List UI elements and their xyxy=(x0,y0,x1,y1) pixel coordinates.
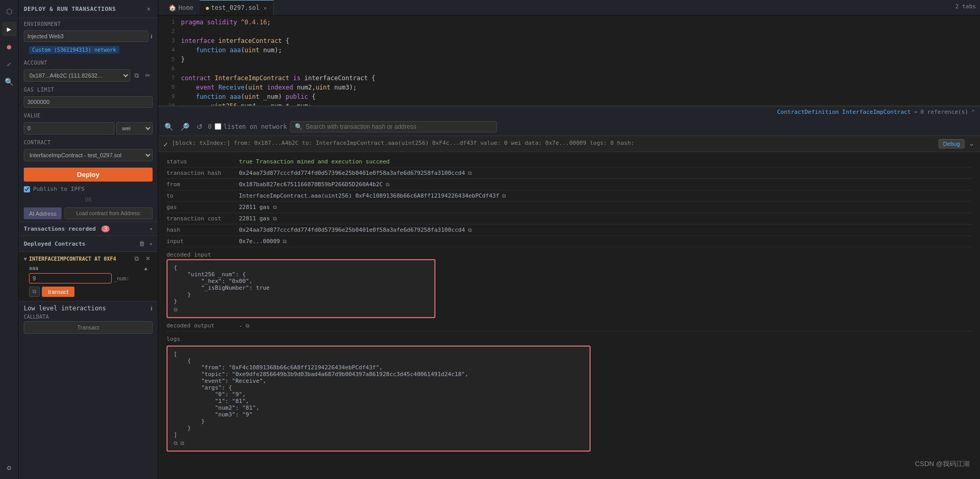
home-tab[interactable]: 🏠 Home xyxy=(162,0,200,15)
contract-row: InterfaceImpContract - test_0297.sol xyxy=(19,147,158,163)
gas-limit-input[interactable] xyxy=(24,96,153,108)
listen-network-checkbox[interactable] xyxy=(215,123,221,130)
contract-def-bar: ContractDefinition InterfaceImpContract … xyxy=(158,106,980,117)
deployed-contract-name: INTERFACEIMPCONTRACT AT 0XF4 xyxy=(29,256,116,262)
function-row: aaa ▲ xyxy=(24,263,153,272)
tx-cost-row: transaction cost 22811 gas ⧉ xyxy=(167,213,972,224)
search-bar: 🔍 xyxy=(290,121,497,132)
copy-hash-icon[interactable]: ⧉ xyxy=(468,227,472,233)
at-address-button[interactable]: At Address xyxy=(24,207,62,219)
file-tab[interactable]: ● test_0297.sol ✕ xyxy=(200,0,274,15)
search-icon[interactable]: 🔍 xyxy=(2,74,17,89)
gas-row: gas 22811 gas ⧉ xyxy=(167,202,972,213)
edit-account-icon[interactable]: ✏ xyxy=(143,71,153,80)
bottom-section: 🔍 🔎 ↺ 0 listen on network 🔍 ✓ [block: tx… xyxy=(158,117,980,479)
to-value: InterfaceImpContract.aaa(uint256) 0xF4c1… xyxy=(239,192,506,199)
watermark: CSDN @我码江湖 xyxy=(915,459,970,469)
copy-to-icon[interactable]: ⧉ xyxy=(502,193,506,199)
status-label: status xyxy=(167,158,239,165)
transact-full-button[interactable]: Transact xyxy=(24,321,153,334)
tx-detail: status true Transaction mined and execut… xyxy=(158,152,980,479)
copy-account-icon[interactable]: ⧉ xyxy=(132,71,141,80)
code-line-3: 3 interface interfaceContract { xyxy=(158,36,980,46)
copy-decoded-input-icon[interactable]: ⧉ xyxy=(174,307,177,313)
zoom-in-icon[interactable]: 🔍 xyxy=(162,122,175,132)
copy-param-icon[interactable]: ⧉ xyxy=(29,287,40,297)
copy-input-icon[interactable]: ⧉ xyxy=(283,238,287,245)
status-row: status true Transaction mined and execut… xyxy=(167,156,972,168)
deployed-contract-header: ▼ INTERFACEIMPCONTRACT AT 0XF4 ⧉ ✕ xyxy=(24,254,153,263)
debug-button[interactable]: Debug xyxy=(939,139,964,148)
plugin-manager-icon[interactable]: ⬡ xyxy=(2,4,17,19)
account-select[interactable]: 0x187...A4b2C (111.82632... xyxy=(24,69,130,82)
decoded-input-box: { "uint256 _num": { "_hex": "0x00", "_is… xyxy=(167,259,435,318)
calldata-label: CALLDATA xyxy=(24,314,153,320)
zoom-out-icon[interactable]: 🔎 xyxy=(178,122,191,132)
hash-value: 0x24aa73d877cccfdd774fd0d57396e25b0401e0… xyxy=(239,227,472,233)
low-level-label: Low level interactions xyxy=(24,305,106,312)
publish-ipfs-checkbox[interactable] xyxy=(24,186,30,192)
tx-expand-icon[interactable]: ⌄ xyxy=(969,139,975,147)
code-line-4: 4 function aaa(uint num); xyxy=(158,46,980,55)
collapse-icon[interactable]: ⌃ xyxy=(971,109,975,115)
deploy-icon[interactable]: ▶ xyxy=(2,22,17,36)
search-bar-icon: 🔍 xyxy=(295,123,303,130)
transactions-recorded-header[interactable]: Transactions recorded 3 ▾ xyxy=(19,221,158,235)
compile-icon[interactable]: ✓ xyxy=(2,57,17,71)
value-input[interactable] xyxy=(24,122,114,134)
copy-contract-icon[interactable]: ⧉ xyxy=(132,254,141,263)
copy-gas-icon[interactable]: ⧉ xyxy=(273,204,277,211)
tx-cost-label: transaction cost xyxy=(167,215,239,222)
tab-close-icon[interactable]: ✕ xyxy=(264,5,267,11)
account-row: 0x187...A4b2C (111.82632... ⧉ ✏ xyxy=(19,67,158,84)
account-label: ACCOUNT xyxy=(19,57,158,67)
transact-button[interactable]: transact xyxy=(42,287,74,297)
copy-logs-icon[interactable]: ⧉ xyxy=(174,440,177,446)
reference-count: 0 reference(s) xyxy=(921,109,969,115)
from-value: 0x187bab827ec6751166070B59bP266D5D260A4b… xyxy=(239,181,389,188)
unit-select[interactable]: wei xyxy=(116,122,153,134)
tx-hash-row: transaction hash 0x24aa73d877cccfdd774fd… xyxy=(167,168,972,179)
environment-info-icon[interactable]: ℹ xyxy=(150,34,153,39)
copy-tx-hash-icon[interactable]: ⧉ xyxy=(468,170,472,176)
delete-contract-icon[interactable]: ✕ xyxy=(143,254,153,263)
contract-action-icons: ⧉ ✕ xyxy=(132,254,153,263)
tx-hash-label: transaction hash xyxy=(167,170,239,176)
decoded-input-section: decoded input { "uint256 _num": { "_hex"… xyxy=(167,249,972,318)
search-input[interactable] xyxy=(306,123,492,130)
to-row: to InterfaceImpContract.aaa(uint256) 0xF… xyxy=(167,190,972,202)
contract-def-text: ContractDefinition InterfaceImpContract xyxy=(777,109,911,115)
at-address-row: At Address Load contract from Address: xyxy=(24,207,153,219)
deployed-contracts-header[interactable]: Deployed Contracts 🗑 ▾ xyxy=(19,235,158,251)
settings-icon[interactable]: ⚙ xyxy=(2,460,17,475)
delete-deployed-icon[interactable]: 🗑 xyxy=(137,239,147,248)
code-line-2: 2 xyxy=(158,27,980,36)
publish-label: Publish to IPFS xyxy=(33,186,84,192)
tab-bar: 🏠 Home ● test_0297.sol ✕ 2 tabs xyxy=(158,0,980,16)
copy-tx-cost-icon[interactable]: ⧉ xyxy=(273,216,277,222)
from-label: from xyxy=(167,181,239,188)
function-label: aaa ▲ xyxy=(29,265,147,271)
logs-box: [ { "from": "0xF4c10891368b66c6A8ff12194… xyxy=(167,346,591,452)
panel-header: DEPLOY & RUN TRANSACTIONS ✕ xyxy=(19,0,158,18)
load-contract-button[interactable]: Load contract from Address: xyxy=(65,207,153,219)
hash-label: hash xyxy=(167,227,239,233)
low-level-info-icon[interactable]: ℹ xyxy=(150,306,153,311)
input-value: 0x7e...00009 ⧉ xyxy=(239,238,287,245)
environment-select[interactable]: Injected Web3 xyxy=(24,31,148,42)
warning-icon[interactable]: ● xyxy=(2,39,17,54)
gas-value: 22811 gas ⧉ xyxy=(239,204,277,211)
transaction-item: ✓ [block: txIndex:] from: 0x187...A4b2C … xyxy=(158,136,980,152)
copy-from-icon[interactable]: ⧉ xyxy=(386,182,389,188)
deploy-button[interactable]: Deploy xyxy=(24,168,153,182)
recycle-icon[interactable]: ↺ xyxy=(194,122,205,132)
param-input[interactable] xyxy=(29,273,112,283)
code-line-8: 8 event Receive(uint indexed num2,uint n… xyxy=(158,83,980,92)
code-line-1: 1 pragma solidity ^0.4.16; xyxy=(158,18,980,27)
copy-decoded-output-icon[interactable]: ⧉ xyxy=(246,323,249,329)
tx-toolbar: 🔍 🔎 ↺ 0 listen on network 🔍 xyxy=(158,117,980,136)
copy-logs-full-icon[interactable]: ⧉ xyxy=(180,440,184,446)
panel-close-icon[interactable]: ✕ xyxy=(145,4,153,13)
contract-select[interactable]: InterfaceImpContract - test_0297.sol xyxy=(24,149,153,161)
contract-expand-icon[interactable]: ▼ xyxy=(24,256,27,262)
